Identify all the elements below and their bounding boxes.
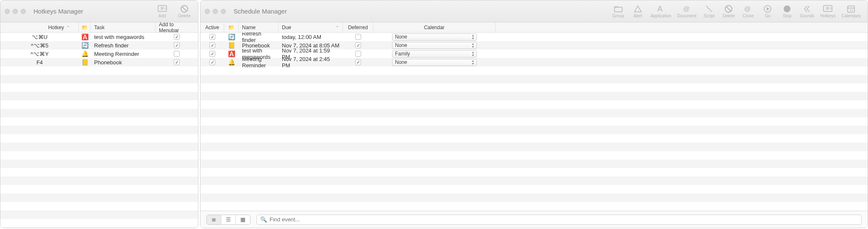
alert-button[interactable]: Alert (629, 5, 647, 18)
go-button[interactable]: Go (758, 5, 777, 18)
list-view-icon[interactable]: ≣ (207, 215, 221, 224)
active-cell[interactable]: ✓ (200, 58, 224, 66)
view-mode-segmented[interactable]: ≣ ☰ ▦ (206, 215, 250, 225)
task-icon: 🔄 (79, 41, 91, 50)
icon-column-header[interactable]: 📁 (224, 22, 239, 32)
calendars-button[interactable]: 17Calendars (839, 5, 863, 18)
delete-button[interactable]: Delete (175, 5, 194, 18)
close-icon[interactable] (5, 9, 10, 14)
group-button[interactable]: Group (609, 5, 628, 18)
delete-button[interactable]: Delete (719, 5, 738, 18)
hotkeys-window-title: Hotkeys Manager (33, 8, 83, 15)
calendar-select[interactable]: None▴▾ (392, 42, 477, 49)
folder-icon: 📁 (81, 25, 88, 30)
add-button[interactable]: ⌘+ Add (153, 5, 172, 18)
calendar-cell[interactable]: None▴▾ (373, 33, 495, 41)
svg-text:@: @ (744, 5, 751, 12)
zoom-icon[interactable] (21, 9, 26, 14)
window-controls[interactable] (205, 9, 226, 14)
group-icon (614, 5, 623, 13)
name-cell: Refresh finder (239, 33, 278, 41)
name-column-header[interactable]: Name (239, 22, 278, 32)
stop-icon (782, 5, 792, 13)
menubar-cell[interactable] (156, 50, 198, 58)
calendar-column-header[interactable]: Calendar (373, 22, 495, 32)
application-button[interactable]: AApplication (648, 5, 674, 18)
task-icon: 🔔 (79, 50, 91, 58)
schedule-manager-window: Schedule Manager GroupAlertAApplication@… (200, 0, 868, 228)
hotkeys-button[interactable]: ⌘+Hotkeys (818, 5, 838, 18)
active-cell[interactable]: ✓ (200, 33, 224, 41)
table-row[interactable]: ^⌥⌘Y🔔Meeting Reminder (0, 50, 198, 58)
search-field[interactable]: 🔍 (256, 215, 862, 225)
task-column-header[interactable]: Task (91, 22, 156, 32)
spacer-cell (495, 33, 868, 41)
calendar-select[interactable]: Family▴▾ (392, 50, 477, 58)
menubar-cell[interactable]: ✓ (156, 33, 198, 41)
task-icon: 🔔 (224, 58, 239, 66)
due-column-header[interactable]: Due ⌃ (278, 22, 343, 32)
search-input[interactable] (270, 216, 858, 223)
active-cell[interactable]: ✓ (200, 41, 224, 50)
calendar-cell[interactable]: Family▴▾ (373, 50, 495, 58)
sounds-button[interactable]: Sounds (797, 5, 817, 18)
due-cell: Nov 7, 2024 at 2:45 PM (278, 58, 343, 66)
minimize-icon[interactable] (13, 9, 18, 14)
hotkeys-manager-window: Hotkeys Manager ⌘+ Add Delete Hotkey ⌃ 📁… (0, 0, 198, 228)
script-icon (704, 5, 714, 13)
script-button[interactable]: Script (700, 5, 718, 18)
calendar-cell[interactable]: None▴▾ (373, 41, 495, 50)
table-row[interactable]: ^⌥⌘5🔄Refresh finder✓ (0, 41, 198, 50)
zoom-icon[interactable] (221, 9, 226, 14)
table-row[interactable]: ⌥⌘U🅰️test with megawords✓ (0, 33, 198, 41)
svg-text:17: 17 (849, 8, 853, 12)
task-icon: 🔄 (224, 33, 239, 41)
deferred-cell[interactable]: ✓ (343, 41, 373, 50)
svg-text:@: @ (683, 5, 690, 12)
hotkeys-icon: ⌘+ (823, 5, 832, 13)
close-icon[interactable] (205, 9, 210, 14)
hotkey-cell: F4 (0, 58, 79, 66)
table-row[interactable]: ✓🔄Refresh findertoday, 12:00 AMNone▴▾ (200, 33, 868, 41)
icon-column-header[interactable]: 📁 (79, 22, 91, 32)
document-button[interactable]: @Document (675, 5, 699, 18)
spacer-cell (495, 58, 868, 66)
task-icon: 🅰️ (224, 50, 239, 58)
minimize-icon[interactable] (213, 9, 218, 14)
stop-button[interactable]: Stop (778, 5, 796, 18)
active-cell[interactable]: ✓ (200, 50, 224, 58)
grid-view-icon[interactable]: ▦ (236, 215, 250, 224)
deferred-cell[interactable] (343, 50, 373, 58)
calendar-select[interactable]: None▴▾ (392, 33, 477, 41)
menubar-cell[interactable]: ✓ (156, 58, 198, 66)
calendar-cell[interactable]: None▴▾ (373, 58, 495, 66)
table-row[interactable]: ✓🔔Meeting ReminderNov 7, 2024 at 2:45 PM… (200, 58, 868, 66)
task-cell: Phonebook (91, 58, 156, 66)
search-icon: 🔍 (260, 216, 267, 223)
svg-point-11 (784, 6, 790, 12)
sort-indicator-icon: ⌃ (67, 25, 70, 30)
deferred-cell[interactable] (343, 33, 373, 41)
deferred-cell[interactable]: ✓ (343, 58, 373, 66)
delete-icon (724, 5, 733, 13)
window-controls[interactable] (5, 9, 26, 14)
schedule-titlebar: Schedule Manager GroupAlertAApplication@… (200, 0, 868, 22)
document-icon: @ (682, 5, 692, 13)
active-column-header[interactable]: Active (200, 22, 224, 32)
task-cell: test with megawords (91, 33, 156, 41)
deferred-column-header[interactable]: Deferred (343, 22, 373, 32)
hotkey-cell: ⌥⌘U (0, 33, 79, 41)
menubar-cell[interactable]: ✓ (156, 41, 198, 50)
schedule-footer: ≣ ☰ ▦ 🔍 (200, 211, 868, 228)
bullet-view-icon[interactable]: ☰ (221, 215, 236, 224)
calendar-select[interactable]: None▴▾ (392, 59, 477, 66)
name-cell: Meeting Reminder (239, 58, 278, 66)
delete-icon (180, 5, 189, 13)
svg-text:⌘+: ⌘+ (826, 6, 832, 11)
svg-rect-4 (615, 7, 622, 12)
clone-button[interactable]: @Clone (739, 5, 757, 18)
hotkey-column-header[interactable]: Hotkey ⌃ (0, 22, 79, 32)
task-icon: 📒 (224, 41, 239, 50)
table-row[interactable]: F4📒Phonebook✓ (0, 58, 198, 66)
menubar-column-header[interactable]: Add to Menubar (156, 22, 198, 32)
